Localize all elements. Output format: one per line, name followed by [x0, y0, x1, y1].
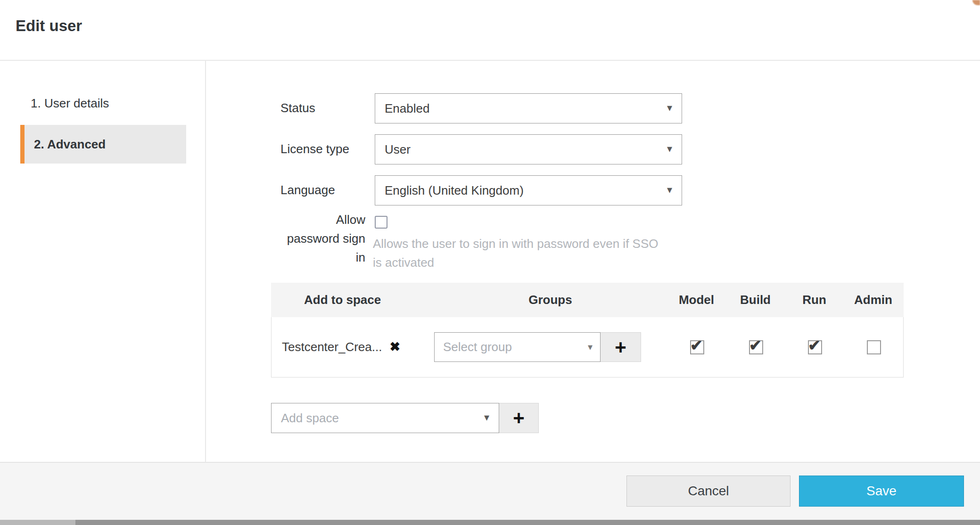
language-select-value: English (United Kingdom)	[385, 183, 524, 198]
spaces-table-header: Add to space Groups Model Build Run Admi…	[271, 283, 904, 317]
remove-space-icon[interactable]: ✖	[389, 341, 400, 353]
checkmark-icon: ✔	[690, 338, 703, 353]
status-select[interactable]: Enabled ▾	[375, 93, 682, 123]
license-type-select[interactable]: User ▾	[375, 134, 682, 164]
build-checkbox[interactable]: ✔	[749, 340, 763, 354]
status-label: Status	[280, 101, 315, 115]
sidebar-item-advanced[interactable]: 2. Advanced	[20, 125, 186, 164]
header-model: Model	[667, 293, 726, 307]
space-name: Testcenter_Crea...	[282, 340, 382, 354]
admin-checkbox[interactable]	[867, 340, 881, 354]
add-space-button[interactable]: +	[499, 403, 539, 433]
header-admin: Admin	[844, 293, 903, 307]
run-checkbox[interactable]: ✔	[808, 340, 822, 354]
chevron-down-icon: ▾	[667, 143, 672, 155]
language-select[interactable]: English (United Kingdom) ▾	[375, 175, 682, 205]
header-groups: Groups	[434, 293, 667, 307]
group-select[interactable]: Select group ▾	[434, 332, 601, 362]
header-divider	[0, 60, 980, 61]
model-checkbox[interactable]: ✔	[690, 340, 704, 354]
allow-password-label: Allow password sign in	[280, 210, 365, 267]
edit-user-dialog: Edit user 1. User details 2. Advanced St…	[0, 0, 980, 525]
status-select-value: Enabled	[385, 101, 429, 116]
spaces-table: Add to space Groups Model Build Run Admi…	[271, 283, 904, 377]
background-artifact	[972, 0, 980, 5]
chevron-down-icon: ▾	[484, 411, 489, 424]
chevron-down-icon: ▾	[588, 341, 593, 353]
header-build: Build	[726, 293, 785, 307]
sidebar-item-advanced-label: 2. Advanced	[25, 137, 106, 152]
sidebar-item-user-details[interactable]: 1. User details	[31, 96, 109, 111]
header-add-to-space: Add to space	[271, 293, 434, 307]
add-space-placeholder: Add space	[281, 411, 339, 426]
window-bottom-edge	[0, 520, 980, 525]
cancel-button[interactable]: Cancel	[626, 476, 791, 507]
header-run: Run	[785, 293, 844, 307]
license-type-select-value: User	[385, 142, 411, 157]
save-button[interactable]: Save	[799, 476, 964, 507]
table-row: Testcenter_Crea... ✖ Select group ▾ + ✔ …	[271, 317, 904, 377]
add-space-select[interactable]: Add space ▾	[271, 403, 499, 433]
license-type-label: License type	[280, 142, 349, 156]
allow-password-checkbox[interactable]	[375, 216, 387, 229]
group-select-placeholder: Select group	[443, 340, 512, 354]
sidebar-divider	[205, 61, 206, 462]
allow-password-help-text: Allows the user to sign in with password…	[373, 234, 660, 272]
checkmark-icon: ✔	[808, 338, 821, 353]
add-group-button[interactable]: +	[601, 332, 641, 362]
scrollbar-thumb[interactable]	[0, 520, 75, 525]
checkmark-icon: ✔	[749, 338, 762, 353]
chevron-down-icon: ▾	[667, 102, 672, 114]
language-label: Language	[280, 183, 335, 197]
dialog-title: Edit user	[16, 17, 82, 35]
chevron-down-icon: ▾	[667, 184, 672, 196]
